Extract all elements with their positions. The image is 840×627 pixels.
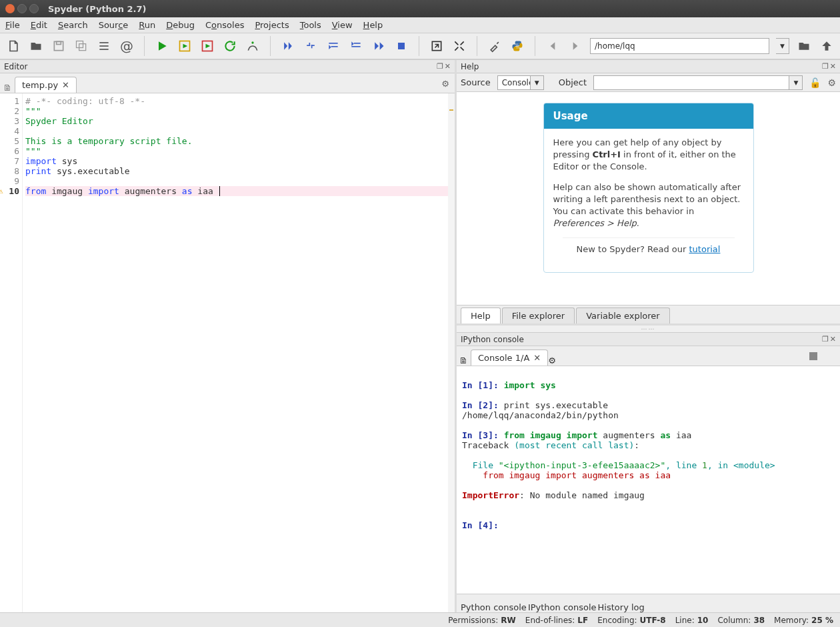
- console-tabbar: 🗎 Console 1/A ✕ ⚙: [457, 346, 840, 366]
- browse-dir-icon[interactable]: [796, 38, 812, 54]
- help-lock-icon[interactable]: 🔓: [809, 77, 821, 88]
- status-eol: End-of-lines:LF: [525, 616, 588, 625]
- step-over-icon[interactable]: [303, 38, 319, 54]
- nav-back-icon[interactable]: [545, 38, 561, 54]
- new-file-icon[interactable]: [5, 38, 21, 54]
- window-maximize-icon[interactable]: [29, 4, 39, 13]
- menu-consoles[interactable]: Consoles: [205, 20, 244, 30]
- help-toolbar: Source Console▼ Object ▼ 🔓 ⚙: [457, 73, 840, 92]
- svg-rect-15: [331, 46, 338, 47]
- at-icon[interactable]: @: [119, 38, 135, 54]
- svg-rect-12: [309, 43, 311, 46]
- ipython-pane-title: IPython console ❐ ✕: [457, 333, 840, 346]
- console-interrupt-icon[interactable]: [809, 352, 817, 360]
- step-into-icon[interactable]: [325, 38, 341, 54]
- help-source-select[interactable]: Console▼: [497, 75, 544, 90]
- help-object-label: Object: [559, 77, 587, 87]
- ipython-undock-icon[interactable]: ❐: [822, 335, 829, 344]
- editor-undock-icon[interactable]: ❐: [437, 62, 443, 71]
- menu-source[interactable]: Source: [99, 20, 129, 30]
- menu-search[interactable]: Search: [58, 20, 88, 30]
- editor-body[interactable]: 12345678910 # -*- coding: utf-8 -*-"""Sp…: [0, 93, 455, 612]
- window-close-icon[interactable]: [5, 4, 15, 13]
- list-icon[interactable]: [96, 38, 112, 54]
- nav-forward-icon[interactable]: [567, 38, 583, 54]
- step-out-icon[interactable]: [348, 38, 364, 54]
- menu-projects[interactable]: Projects: [255, 20, 289, 30]
- tab-history-log[interactable]: History log: [598, 602, 645, 612]
- svg-rect-17: [351, 46, 360, 47]
- tab-help[interactable]: Help: [461, 307, 501, 324]
- svg-rect-2: [77, 41, 83, 48]
- working-dir-dropdown[interactable]: ▼: [776, 38, 789, 54]
- console-output[interactable]: In [1]: import sys In [2]: print sys.exe…: [457, 366, 840, 594]
- console-options-icon[interactable]: ⚙: [548, 356, 556, 366]
- editor-tab-label: temp.py: [22, 80, 58, 90]
- editor-scrollbar[interactable]: [448, 93, 455, 612]
- open-file-icon[interactable]: [28, 38, 44, 54]
- python-icon[interactable]: [509, 38, 525, 54]
- console-browse-icon[interactable]: 🗎: [459, 356, 468, 366]
- window-minimize-icon[interactable]: [17, 4, 27, 13]
- splitter-handle[interactable]: ⋯⋯: [457, 326, 840, 332]
- svg-rect-18: [398, 43, 405, 49]
- editor-tab-close-icon[interactable]: ✕: [62, 80, 69, 90]
- menu-file[interactable]: File: [5, 20, 20, 30]
- status-column: Column:38: [717, 616, 765, 625]
- status-permissions: Permissions:RW: [448, 616, 516, 625]
- status-line: Line:10: [675, 616, 709, 625]
- help-close-icon[interactable]: ✕: [830, 62, 836, 71]
- parent-dir-icon[interactable]: [819, 38, 835, 54]
- tab-variable-explorer[interactable]: Variable explorer: [576, 307, 669, 324]
- console-tab-label: Console 1/A: [478, 353, 529, 363]
- run-cell-advance-icon[interactable]: [199, 38, 215, 54]
- tab-ipython-console[interactable]: IPython console: [528, 602, 597, 612]
- preferences-icon[interactable]: [487, 38, 503, 54]
- svg-rect-0: [54, 41, 63, 50]
- menu-view[interactable]: View: [332, 20, 353, 30]
- fullscreen-icon[interactable]: [451, 38, 467, 54]
- status-encoding: Encoding:UTF-8: [597, 616, 665, 625]
- help-source-label: Source: [461, 77, 491, 87]
- tab-file-explorer[interactable]: File explorer: [502, 307, 575, 324]
- help-card-footer: New to Spyder? Read our tutorial: [563, 237, 735, 263]
- menu-help[interactable]: Help: [363, 20, 383, 30]
- help-card-title: Usage: [544, 103, 753, 129]
- help-undock-icon[interactable]: ❐: [822, 62, 829, 71]
- step-continue-icon[interactable]: [371, 38, 387, 54]
- run-cell-icon[interactable]: [177, 38, 193, 54]
- menu-tools[interactable]: Tools: [300, 20, 321, 30]
- main-toolbar: @ /home/lqq ▼: [0, 33, 840, 60]
- stop-icon[interactable]: [393, 38, 409, 54]
- menu-run[interactable]: Run: [139, 20, 155, 30]
- svg-rect-6: [99, 49, 108, 50]
- console-tab[interactable]: Console 1/A ✕: [471, 350, 548, 366]
- console-bottom-tabs: Python console IPython console History l…: [457, 594, 840, 612]
- help-tutorial-link[interactable]: tutorial: [689, 244, 721, 254]
- tab-browse-icon[interactable]: 🗎: [3, 83, 12, 93]
- status-memory: Memory:25 %: [774, 616, 833, 625]
- debug-icon[interactable]: [245, 38, 261, 54]
- run-icon[interactable]: [154, 38, 170, 54]
- editor-tab-temp[interactable]: temp.py ✕: [15, 77, 77, 93]
- editor-close-icon[interactable]: ✕: [445, 62, 451, 71]
- maximize-pane-icon[interactable]: [429, 38, 445, 54]
- save-all-icon[interactable]: [73, 38, 89, 54]
- tab-python-console[interactable]: Python console: [461, 602, 527, 612]
- working-dir-input[interactable]: /home/lqq: [590, 38, 769, 54]
- menu-debug[interactable]: Debug: [166, 20, 195, 30]
- statusbar: Permissions:RW End-of-lines:LF Encoding:…: [0, 612, 840, 627]
- menubar: File Edit Search Source Run Debug Consol…: [0, 17, 840, 33]
- svg-rect-14: [329, 43, 337, 44]
- debug-continue-icon[interactable]: [280, 38, 296, 54]
- rerun-icon[interactable]: [222, 38, 238, 54]
- console-tab-close-icon[interactable]: ✕: [533, 353, 541, 363]
- svg-point-9: [251, 41, 253, 43]
- help-options-icon[interactable]: ⚙: [827, 77, 836, 88]
- save-icon[interactable]: [51, 38, 67, 54]
- menu-edit[interactable]: Edit: [31, 20, 47, 30]
- editor-options-icon[interactable]: ⚙: [441, 79, 449, 89]
- svg-rect-13: [311, 45, 313, 48]
- ipython-close-icon[interactable]: ✕: [830, 335, 836, 344]
- help-object-input[interactable]: ▼: [593, 75, 803, 90]
